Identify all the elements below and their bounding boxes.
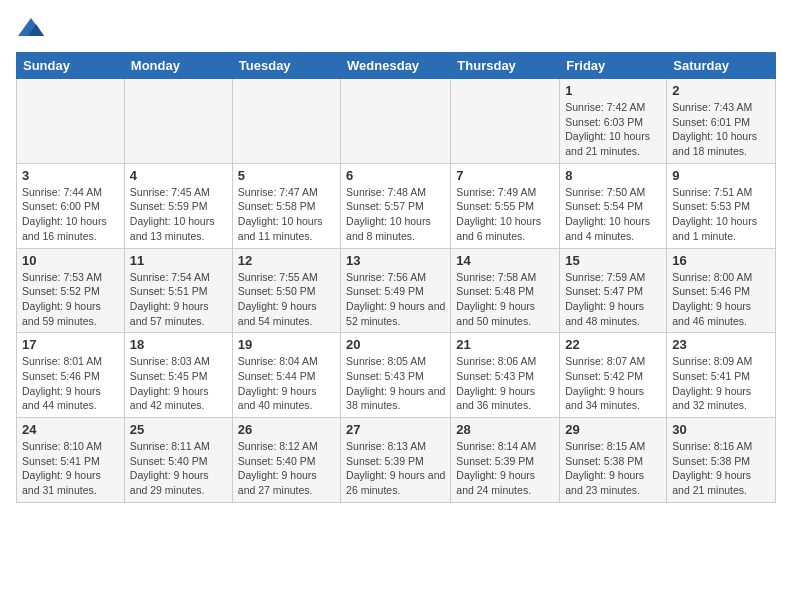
day-info: Sunrise: 7:58 AMSunset: 5:48 PMDaylight:… xyxy=(456,270,554,329)
day-number: 23 xyxy=(672,337,770,352)
day-number: 10 xyxy=(22,253,119,268)
day-info: Sunrise: 7:42 AMSunset: 6:03 PMDaylight:… xyxy=(565,100,661,159)
day-number: 8 xyxy=(565,168,661,183)
day-info: Sunrise: 8:14 AMSunset: 5:39 PMDaylight:… xyxy=(456,439,554,498)
day-info: Sunrise: 8:11 AMSunset: 5:40 PMDaylight:… xyxy=(130,439,227,498)
day-number: 9 xyxy=(672,168,770,183)
day-number: 17 xyxy=(22,337,119,352)
day-number: 21 xyxy=(456,337,554,352)
calendar-cell: 18 Sunrise: 8:03 AMSunset: 5:45 PMDaylig… xyxy=(124,333,232,418)
calendar-cell xyxy=(451,79,560,164)
day-info: Sunrise: 7:44 AMSunset: 6:00 PMDaylight:… xyxy=(22,185,119,244)
calendar-cell: 10 Sunrise: 7:53 AMSunset: 5:52 PMDaylig… xyxy=(17,248,125,333)
day-number: 3 xyxy=(22,168,119,183)
calendar-week-row: 24 Sunrise: 8:10 AMSunset: 5:41 PMDaylig… xyxy=(17,418,776,503)
calendar-cell: 27 Sunrise: 8:13 AMSunset: 5:39 PMDaylig… xyxy=(341,418,451,503)
weekday-header-wednesday: Wednesday xyxy=(341,53,451,79)
day-number: 18 xyxy=(130,337,227,352)
calendar-cell xyxy=(341,79,451,164)
calendar-cell: 12 Sunrise: 7:55 AMSunset: 5:50 PMDaylig… xyxy=(232,248,340,333)
weekday-header-friday: Friday xyxy=(560,53,667,79)
day-number: 5 xyxy=(238,168,335,183)
day-number: 7 xyxy=(456,168,554,183)
calendar-cell: 22 Sunrise: 8:07 AMSunset: 5:42 PMDaylig… xyxy=(560,333,667,418)
calendar-cell: 30 Sunrise: 8:16 AMSunset: 5:38 PMDaylig… xyxy=(667,418,776,503)
calendar-cell: 8 Sunrise: 7:50 AMSunset: 5:54 PMDayligh… xyxy=(560,163,667,248)
logo-icon xyxy=(16,16,46,40)
day-info: Sunrise: 7:59 AMSunset: 5:47 PMDaylight:… xyxy=(565,270,661,329)
day-info: Sunrise: 8:01 AMSunset: 5:46 PMDaylight:… xyxy=(22,354,119,413)
weekday-header-row: SundayMondayTuesdayWednesdayThursdayFrid… xyxy=(17,53,776,79)
calendar-cell: 14 Sunrise: 7:58 AMSunset: 5:48 PMDaylig… xyxy=(451,248,560,333)
day-info: Sunrise: 7:55 AMSunset: 5:50 PMDaylight:… xyxy=(238,270,335,329)
calendar-table: SundayMondayTuesdayWednesdayThursdayFrid… xyxy=(16,52,776,503)
calendar-cell: 29 Sunrise: 8:15 AMSunset: 5:38 PMDaylig… xyxy=(560,418,667,503)
day-number: 20 xyxy=(346,337,445,352)
calendar-cell: 23 Sunrise: 8:09 AMSunset: 5:41 PMDaylig… xyxy=(667,333,776,418)
weekday-header-saturday: Saturday xyxy=(667,53,776,79)
day-number: 30 xyxy=(672,422,770,437)
weekday-header-tuesday: Tuesday xyxy=(232,53,340,79)
day-info: Sunrise: 8:07 AMSunset: 5:42 PMDaylight:… xyxy=(565,354,661,413)
day-number: 16 xyxy=(672,253,770,268)
day-info: Sunrise: 8:16 AMSunset: 5:38 PMDaylight:… xyxy=(672,439,770,498)
day-number: 12 xyxy=(238,253,335,268)
day-info: Sunrise: 7:56 AMSunset: 5:49 PMDaylight:… xyxy=(346,270,445,329)
weekday-header-monday: Monday xyxy=(124,53,232,79)
day-info: Sunrise: 7:45 AMSunset: 5:59 PMDaylight:… xyxy=(130,185,227,244)
day-number: 6 xyxy=(346,168,445,183)
day-info: Sunrise: 7:50 AMSunset: 5:54 PMDaylight:… xyxy=(565,185,661,244)
calendar-cell: 5 Sunrise: 7:47 AMSunset: 5:58 PMDayligh… xyxy=(232,163,340,248)
day-number: 28 xyxy=(456,422,554,437)
header xyxy=(16,16,776,40)
calendar-cell: 6 Sunrise: 7:48 AMSunset: 5:57 PMDayligh… xyxy=(341,163,451,248)
calendar-week-row: 17 Sunrise: 8:01 AMSunset: 5:46 PMDaylig… xyxy=(17,333,776,418)
day-info: Sunrise: 8:04 AMSunset: 5:44 PMDaylight:… xyxy=(238,354,335,413)
calendar-cell: 17 Sunrise: 8:01 AMSunset: 5:46 PMDaylig… xyxy=(17,333,125,418)
calendar-cell: 16 Sunrise: 8:00 AMSunset: 5:46 PMDaylig… xyxy=(667,248,776,333)
day-info: Sunrise: 8:06 AMSunset: 5:43 PMDaylight:… xyxy=(456,354,554,413)
day-info: Sunrise: 7:51 AMSunset: 5:53 PMDaylight:… xyxy=(672,185,770,244)
calendar-cell: 3 Sunrise: 7:44 AMSunset: 6:00 PMDayligh… xyxy=(17,163,125,248)
calendar-cell: 28 Sunrise: 8:14 AMSunset: 5:39 PMDaylig… xyxy=(451,418,560,503)
calendar-cell xyxy=(124,79,232,164)
calendar-cell: 1 Sunrise: 7:42 AMSunset: 6:03 PMDayligh… xyxy=(560,79,667,164)
day-info: Sunrise: 8:15 AMSunset: 5:38 PMDaylight:… xyxy=(565,439,661,498)
day-info: Sunrise: 7:54 AMSunset: 5:51 PMDaylight:… xyxy=(130,270,227,329)
day-number: 26 xyxy=(238,422,335,437)
calendar-cell: 9 Sunrise: 7:51 AMSunset: 5:53 PMDayligh… xyxy=(667,163,776,248)
day-number: 24 xyxy=(22,422,119,437)
calendar-cell: 21 Sunrise: 8:06 AMSunset: 5:43 PMDaylig… xyxy=(451,333,560,418)
day-info: Sunrise: 7:53 AMSunset: 5:52 PMDaylight:… xyxy=(22,270,119,329)
weekday-header-thursday: Thursday xyxy=(451,53,560,79)
day-info: Sunrise: 8:12 AMSunset: 5:40 PMDaylight:… xyxy=(238,439,335,498)
calendar-week-row: 1 Sunrise: 7:42 AMSunset: 6:03 PMDayligh… xyxy=(17,79,776,164)
day-info: Sunrise: 8:05 AMSunset: 5:43 PMDaylight:… xyxy=(346,354,445,413)
day-number: 14 xyxy=(456,253,554,268)
calendar-cell: 4 Sunrise: 7:45 AMSunset: 5:59 PMDayligh… xyxy=(124,163,232,248)
calendar-cell: 7 Sunrise: 7:49 AMSunset: 5:55 PMDayligh… xyxy=(451,163,560,248)
calendar-cell xyxy=(17,79,125,164)
day-number: 29 xyxy=(565,422,661,437)
calendar-cell: 19 Sunrise: 8:04 AMSunset: 5:44 PMDaylig… xyxy=(232,333,340,418)
calendar-cell: 26 Sunrise: 8:12 AMSunset: 5:40 PMDaylig… xyxy=(232,418,340,503)
calendar-cell: 20 Sunrise: 8:05 AMSunset: 5:43 PMDaylig… xyxy=(341,333,451,418)
day-number: 11 xyxy=(130,253,227,268)
calendar-cell: 11 Sunrise: 7:54 AMSunset: 5:51 PMDaylig… xyxy=(124,248,232,333)
day-number: 2 xyxy=(672,83,770,98)
day-info: Sunrise: 8:00 AMSunset: 5:46 PMDaylight:… xyxy=(672,270,770,329)
day-info: Sunrise: 7:49 AMSunset: 5:55 PMDaylight:… xyxy=(456,185,554,244)
day-info: Sunrise: 8:09 AMSunset: 5:41 PMDaylight:… xyxy=(672,354,770,413)
day-info: Sunrise: 8:13 AMSunset: 5:39 PMDaylight:… xyxy=(346,439,445,498)
calendar-cell: 24 Sunrise: 8:10 AMSunset: 5:41 PMDaylig… xyxy=(17,418,125,503)
day-info: Sunrise: 8:03 AMSunset: 5:45 PMDaylight:… xyxy=(130,354,227,413)
day-number: 22 xyxy=(565,337,661,352)
day-number: 4 xyxy=(130,168,227,183)
calendar-cell: 13 Sunrise: 7:56 AMSunset: 5:49 PMDaylig… xyxy=(341,248,451,333)
weekday-header-sunday: Sunday xyxy=(17,53,125,79)
logo xyxy=(16,16,50,40)
calendar-cell: 15 Sunrise: 7:59 AMSunset: 5:47 PMDaylig… xyxy=(560,248,667,333)
day-number: 15 xyxy=(565,253,661,268)
day-number: 1 xyxy=(565,83,661,98)
calendar-cell: 2 Sunrise: 7:43 AMSunset: 6:01 PMDayligh… xyxy=(667,79,776,164)
